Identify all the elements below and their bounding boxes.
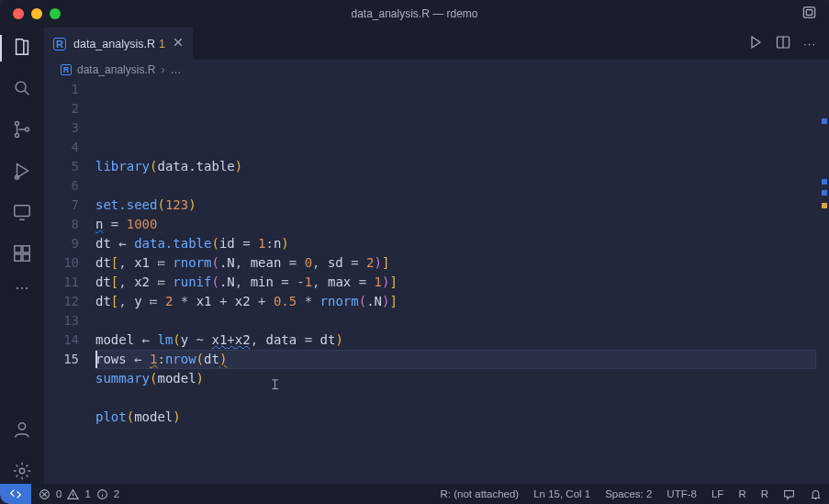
problems-status[interactable]: 0 1 2 xyxy=(31,484,127,504)
r-file-icon: R xyxy=(53,38,66,50)
editor-overflow-icon[interactable]: ··· xyxy=(803,37,816,50)
svg-rect-11 xyxy=(23,254,29,261)
remote-explorer-icon[interactable] xyxy=(12,202,32,225)
svg-rect-10 xyxy=(15,254,21,261)
r-session-status[interactable]: R: (not attached) xyxy=(433,484,527,504)
tab-data-analysis[interactable]: R data_analysis.R 1 xyxy=(44,28,194,60)
error-count: 0 xyxy=(56,488,62,499)
explorer-icon[interactable] xyxy=(12,37,32,60)
indentation-status[interactable]: Spaces: 2 xyxy=(598,484,659,504)
window-title: data_analysis.R — rdemo xyxy=(0,7,829,20)
svg-point-4 xyxy=(15,133,18,137)
tab-close-icon[interactable] xyxy=(173,37,184,50)
activity-overflow-icon[interactable]: ··· xyxy=(12,285,32,305)
warning-count: 1 xyxy=(84,488,90,499)
info-count: 2 xyxy=(114,488,119,499)
svg-point-12 xyxy=(18,423,25,430)
breadcrumb-more: … xyxy=(170,63,181,76)
run-file-icon[interactable] xyxy=(748,35,763,52)
r-icon-status[interactable]: R xyxy=(754,484,776,504)
status-bar: 0 1 2 R: (not attached) Ln 15, Col 1 Spa… xyxy=(0,484,829,504)
chevron-right-icon: › xyxy=(161,63,164,76)
settings-gear-icon[interactable] xyxy=(12,461,32,484)
extensions-icon[interactable] xyxy=(12,243,32,266)
tab-filename: data_analysis.R xyxy=(73,38,155,50)
language-mode-status[interactable]: R xyxy=(731,484,753,504)
encoding-status[interactable]: UTF-8 xyxy=(659,484,704,504)
tab-bar: R data_analysis.R 1 ··· xyxy=(44,28,829,60)
cursor-position-status[interactable]: Ln 15, Col 1 xyxy=(526,484,598,504)
svg-rect-8 xyxy=(15,246,21,252)
split-editor-icon[interactable] xyxy=(776,35,790,52)
line-number-gutter: 123456789101112131415 xyxy=(44,80,95,484)
breadcrumb-file: data_analysis.R xyxy=(77,63,155,76)
breadcrumb[interactable]: R data_analysis.R › … xyxy=(44,60,829,80)
code-content[interactable]: library(data.table)set.seed(123)n = 1000… xyxy=(95,80,829,484)
svg-point-5 xyxy=(25,128,28,131)
run-debug-icon[interactable] xyxy=(12,161,32,184)
svg-point-2 xyxy=(16,82,26,92)
accounts-icon[interactable] xyxy=(12,420,32,442)
activity-bar: ··· xyxy=(0,28,44,484)
remote-indicator[interactable] xyxy=(0,484,31,504)
svg-point-3 xyxy=(15,122,18,126)
svg-rect-7 xyxy=(15,206,30,217)
svg-point-13 xyxy=(19,468,25,474)
eol-status[interactable]: LF xyxy=(704,484,731,504)
code-editor[interactable]: 123456789101112131415 library(data.table… xyxy=(44,80,829,484)
editor-area: R data_analysis.R 1 ··· R data_analysis.… xyxy=(44,28,829,484)
tab-modification-badge: 1 xyxy=(159,38,165,50)
overview-ruler[interactable] xyxy=(820,80,829,484)
notifications-icon[interactable] xyxy=(802,484,829,504)
r-file-icon: R xyxy=(61,64,72,75)
source-control-icon[interactable] xyxy=(12,119,32,142)
svg-rect-9 xyxy=(23,246,29,252)
titlebar: data_analysis.R — rdemo xyxy=(0,0,829,28)
search-icon[interactable] xyxy=(12,78,32,101)
feedback-icon[interactable] xyxy=(776,484,802,504)
